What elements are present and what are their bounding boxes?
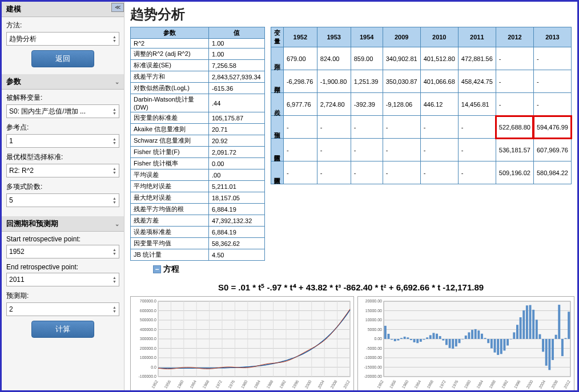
svg-text:10000.00: 10000.00 [365,318,382,322]
row-header: 置信区间下限 [271,161,283,184]
table-cell: - [351,139,383,161]
svg-text:500000.0: 500000.0 [140,318,156,322]
svg-rect-97 [387,334,389,339]
svg-rect-143 [536,320,538,339]
table-row: 最大绝对误差18,157.05 [131,192,265,204]
svg-rect-122 [468,332,470,339]
spinner-arrows-icon: ▲▼ [112,276,116,284]
svg-rect-150 [558,305,560,339]
retro-end-label: End retrospective point: [6,263,119,271]
table-cell: 2,724.80 [317,93,351,116]
table-cell: - [283,116,317,139]
svg-text:1992: 1992 [279,379,287,389]
table-row: 预测值------522,688.80594,476.99 [271,116,571,139]
table-cell: - [458,139,496,161]
svg-rect-117 [452,339,454,349]
row-header: 预测值 [271,116,283,139]
col-header: 2013 [533,27,571,47]
retro-start-dropdown[interactable]: 1952 ▲▼ [6,245,119,258]
explained-var-dropdown[interactable]: S0: 国内生产总值/增加 ... ▲▼ [6,104,119,118]
sidebar: ≪ 建模 ⌄ 方法: 趋势分析 ▲▼ 返回 参数 ⌄ 被解释变量: S0: 国内… [2,2,124,390]
residual-bar-chart: -20000.00-15000.00-10000.00-5000.000.005… [357,296,574,390]
svg-text:1980: 1980 [464,379,472,389]
retro-end-dropdown[interactable]: 2011 ▲▼ [6,273,119,286]
refpoint-dropdown[interactable]: 1 ▲▼ [6,134,119,148]
svg-rect-152 [565,338,567,339]
svg-rect-148 [552,339,554,360]
table-cell: Fisher 统计概率 [131,158,209,169]
table-cell: 20.92 [208,135,264,147]
svg-text:1952: 1952 [376,379,384,389]
svg-rect-126 [481,334,483,339]
svg-rect-123 [471,330,473,339]
section-header-modeling[interactable]: 建模 ⌄ [2,2,124,17]
section-header-params[interactable]: 参数 ⌄ [2,74,124,90]
svg-rect-109 [426,337,428,339]
svg-rect-116 [449,339,451,348]
table-cell: 350,030.87 [383,70,420,93]
table-cell: 472,881.56 [458,47,496,70]
explained-var-label: 被解释变量: [6,93,119,103]
svg-text:-20000.00: -20000.00 [364,374,382,378]
table-cell: Darbin-Watson统计量(DW) [131,94,209,112]
table-cell: 340,902.81 [383,47,420,70]
model-crit-dropdown[interactable]: R2: R^2 ▲▼ [6,164,119,177]
collapse-icon[interactable]: − [153,265,161,273]
svg-rect-99 [394,339,396,341]
table-cell: -1,900.80 [317,70,351,93]
forecast-dropdown[interactable]: 2 ▲▼ [6,302,119,316]
col-header: 2010 [420,27,458,47]
back-button[interactable]: 返回 [31,50,94,67]
svg-rect-147 [548,339,550,370]
svg-rect-121 [465,336,467,339]
svg-text:1968: 1968 [202,379,210,389]
table-row: 残差6,977.762,724.80-392.39-9,128.06446.12… [271,93,571,116]
table-row: 因变量的标准差105,175.87 [131,112,265,124]
col-header: 值 [208,27,264,39]
section-title: 参数 [6,76,21,87]
table-row: 平均绝对误差5,211.01 [131,181,265,192]
svg-rect-96 [384,326,387,339]
svg-text:15000.00: 15000.00 [365,309,382,313]
content-area: 趋势分析 参数 值 R^21.00调整的R^2 (adj R^2)1.00标准误… [124,2,577,390]
table-cell: 残差方差 [131,215,209,227]
table-cell: - [317,116,351,139]
model-crit-label: 最优模型选择标准: [6,152,119,162]
row-header: 模型序列 [271,70,283,93]
svg-text:2008: 2008 [330,379,338,389]
svg-rect-111 [432,333,435,339]
poly-order-dropdown[interactable]: 5 ▲▼ [6,193,119,207]
col-header: 2009 [383,27,420,47]
svg-text:400000.0: 400000.0 [140,328,156,332]
svg-rect-125 [477,330,480,339]
method-dropdown[interactable]: 趋势分析 ▲▼ [6,32,119,46]
svg-rect-103 [407,337,409,339]
table-row: 对数似然函数(LogL)-615.36 [131,83,265,94]
table-cell: 824.00 [317,47,351,70]
row-header: 置信区间上限 [271,139,283,161]
row-header: 源序列 [271,47,283,70]
svg-rect-110 [429,335,432,339]
spinner-arrows-icon: ▲▼ [112,196,116,204]
refpoint-label: 参考点: [6,123,119,132]
table-cell: 14,456.81 [458,93,496,116]
table-cell: 594,476.99 [533,116,571,139]
section-header-period[interactable]: 回溯期和预测期 ⌄ [2,216,124,232]
table-row: 平均误差.00 [131,169,265,181]
dropdown-value: 2011 [9,276,25,284]
svg-rect-106 [416,339,419,343]
table-row: 残差平方和2,843,527,939.34 [131,71,265,83]
table-cell: 509,196.02 [496,161,533,184]
table-row: 残差方差47,392,132.32 [131,215,265,227]
svg-text:1968: 1968 [426,379,434,389]
table-cell: 2,091.72 [208,147,264,158]
svg-rect-136 [513,332,515,339]
table-cell: 误差项标准差 [131,227,209,238]
svg-rect-133 [503,339,505,350]
spinner-arrows-icon: ▲▼ [112,137,116,145]
table-cell: .00 [208,169,264,181]
dropdown-value: 5 [9,196,13,204]
calculate-button[interactable]: 计算 [31,321,94,338]
col-header: 2011 [458,27,496,47]
sidebar-collapse-toggle[interactable]: ≪ [111,3,124,12]
